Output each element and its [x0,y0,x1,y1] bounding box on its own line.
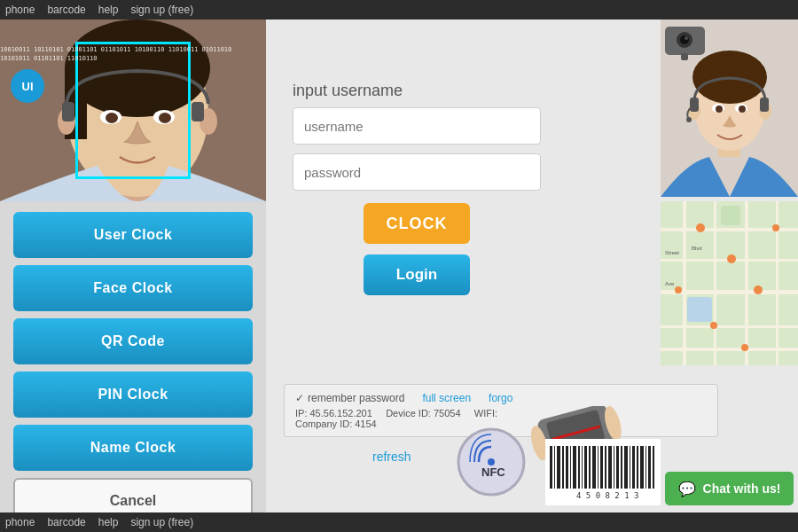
clock-action-button[interactable]: CLOCK [364,203,470,244]
svg-rect-39 [745,201,748,365]
svg-rect-89 [653,446,654,489]
input-username-label: input username [293,82,541,100]
main-content: UI [0,20,798,512]
svg-rect-65 [557,446,560,489]
svg-rect-76 [600,446,603,489]
svg-text:Ave: Ave [665,281,675,286]
refresh-link[interactable]: refresh [372,450,411,464]
svg-rect-63 [550,446,552,489]
svg-rect-37 [683,201,686,365]
svg-rect-77 [605,446,606,489]
svg-point-44 [727,254,736,263]
chat-button[interactable]: 💬 Chat with us! [665,472,794,505]
svg-rect-85 [637,446,638,489]
svg-rect-41 [687,297,712,322]
svg-rect-70 [578,446,580,489]
remember-password-checkbox[interactable]: ✓ remember password [295,392,404,404]
svg-point-25 [686,117,692,122]
svg-rect-79 [614,446,614,489]
chat-label: Chat with us! [703,481,781,496]
svg-rect-68 [570,446,571,489]
ui-badge: UI [11,69,44,103]
svg-point-20 [739,106,746,113]
device-info: Device ID: 75054 [386,408,460,419]
svg-rect-83 [630,446,630,489]
svg-point-45 [754,286,763,294]
svg-rect-74 [592,446,596,489]
pin-clock-button[interactable]: PIN Clock [13,372,253,418]
svg-rect-81 [621,446,622,489]
svg-point-43 [696,223,705,232]
company-info: Company ID: 4154 [295,419,377,429]
binary-overlay: 10010011 10110101 01001101 01101011 1010… [0,46,259,64]
svg-rect-71 [582,446,583,489]
svg-rect-82 [624,446,628,489]
wifi-info: WIFI: [474,408,497,419]
svg-point-46 [710,322,717,329]
svg-rect-69 [573,446,576,489]
svg-point-49 [741,344,748,351]
bottom-nav-signup[interactable]: sign up (free) [130,516,193,528]
svg-rect-23 [690,98,699,112]
buttons-area: User Clock Face Clock QR Code PIN Clock … [0,212,266,524]
svg-rect-64 [554,446,555,489]
map-image-area: Street Ave Blvd [661,201,798,365]
ip-info: IP: 45.56.152.201 [295,408,372,419]
svg-point-29 [685,36,688,40]
svg-text:Street: Street [665,250,679,255]
svg-rect-30 [681,53,688,60]
svg-rect-86 [640,446,644,489]
bottom-nav-help[interactable]: help [98,516,119,528]
fullscreen-link[interactable]: full screen [422,392,471,404]
svg-rect-75 [598,446,598,489]
forgot-link[interactable]: forgo [489,392,512,404]
svg-point-28 [680,35,689,44]
left-panel: UI [0,20,266,512]
svg-point-47 [772,224,779,231]
bottom-nav-barcode[interactable]: barcode [47,516,85,528]
top-nav-bar: phone barcode help sign up (free) [0,0,798,20]
svg-rect-78 [608,446,612,489]
svg-point-19 [716,106,723,113]
login-form: input username CLOCK Login [293,82,541,295]
svg-rect-24 [760,98,769,112]
password-input[interactable] [293,153,541,191]
svg-rect-80 [616,446,619,489]
chat-bubble-icon: 💬 [678,481,696,497]
svg-rect-88 [648,446,651,489]
bottom-nav-bar: phone barcode help sign up (free) [0,512,798,532]
bottom-nav-phone[interactable]: phone [5,516,35,528]
svg-point-48 [675,286,682,293]
info-bar-bottom: IP: 45.56.152.201 Device ID: 75054 WIFI:… [295,408,707,429]
center-panel: Street Ave Blvd input username CLOCK Log… [266,20,798,512]
svg-rect-42 [721,206,740,225]
qr-code-button[interactable]: QR Code [13,318,253,364]
nfc-token-area: NFC [457,427,526,497]
svg-rect-38 [714,201,716,365]
svg-rect-12 [192,102,204,121]
svg-text:4 5 0 8 2 1 3: 4 5 0 8 2 1 3 [576,491,638,500]
svg-point-62 [488,458,495,466]
nav-phone[interactable]: phone [5,4,35,16]
svg-rect-67 [566,446,568,489]
user-clock-button[interactable]: User Clock [13,212,253,258]
checkmark-icon: ✓ [295,392,304,404]
svg-text:NFC: NFC [481,466,505,479]
login-button[interactable]: Login [364,254,470,295]
svg-rect-72 [584,446,587,489]
svg-text:Blvd: Blvd [692,246,702,251]
username-input[interactable] [293,107,541,145]
barcode-area: 4 5 0 8 2 1 3 [545,439,661,505]
nav-help[interactable]: help [98,4,119,16]
nav-barcode[interactable]: barcode [47,4,85,16]
face-image-area: 10010011 10110101 01001101 01101011 1010… [0,20,266,201]
svg-rect-66 [562,446,564,489]
svg-rect-87 [645,446,646,489]
svg-rect-73 [589,446,591,489]
nav-signup[interactable]: sign up (free) [130,4,193,16]
name-clock-button[interactable]: Name Clock [13,425,253,471]
person-image-area [661,20,798,197]
face-clock-button[interactable]: Face Clock [13,265,253,311]
info-bar-top: ✓ remember password full screen forgo [295,392,707,404]
svg-rect-84 [632,446,635,489]
